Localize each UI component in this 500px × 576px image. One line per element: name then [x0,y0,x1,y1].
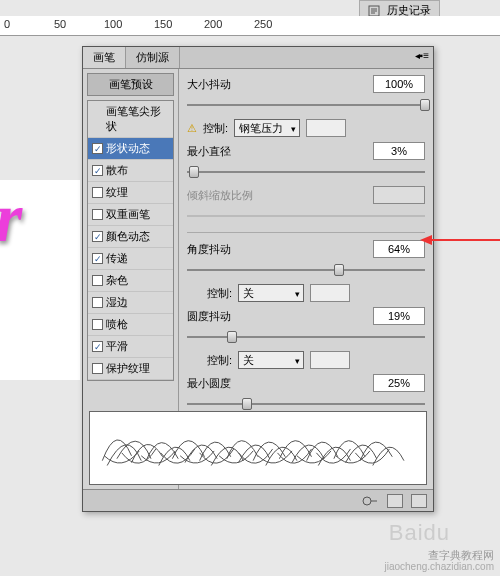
tab-clone-source[interactable]: 仿制源 [126,47,180,68]
min-diameter-slider[interactable] [187,165,425,179]
panel-tabs: 画笔 仿制源 ◂▪≡ [83,47,433,69]
control2-select[interactable]: 关 [238,284,304,302]
control1-field[interactable] [306,119,346,137]
panel-footer [83,489,433,511]
min-round-value[interactable]: 25% [373,374,425,392]
brush-preview [89,411,427,485]
checkbox-icon[interactable] [92,297,103,308]
round-jitter-label: 圆度抖动 [187,309,251,324]
opt-transfer[interactable]: 传递 [88,248,173,270]
brush-stroke-preview [90,412,426,484]
tab-brush[interactable]: 画笔 [83,47,126,68]
checkbox-icon[interactable] [92,363,103,374]
control1-label: 控制: [203,121,228,136]
site-watermark: 查字典教程网 jiaocheng.chazidian.com [384,549,494,572]
min-round-slider[interactable] [187,397,425,411]
checkbox-icon[interactable] [92,231,103,242]
opt-texture[interactable]: 纹理 [88,182,173,204]
opt-airbrush[interactable]: 喷枪 [88,314,173,336]
artwork-text: ar [0,190,22,246]
warning-icon: ⚠ [187,122,197,135]
tilt-scale-slider [187,209,425,223]
opt-protect-texture[interactable]: 保护纹理 [88,358,173,380]
new-preset-icon[interactable] [387,494,403,508]
brush-presets-header[interactable]: 画笔预设 [87,73,174,96]
opt-noise[interactable]: 杂色 [88,270,173,292]
checkbox-icon[interactable] [92,319,103,330]
min-diameter-label: 最小直径 [187,144,251,159]
checkbox-icon[interactable] [92,253,103,264]
size-jitter-label: 大小抖动 [187,77,251,92]
angle-jitter-slider[interactable] [187,263,425,277]
canvas-area: ar [0,180,80,380]
opt-color-dynamics[interactable]: 颜色动态 [88,226,173,248]
opt-brush-tip[interactable]: 画笔笔尖形状 [88,101,173,138]
angle-jitter-value[interactable]: 64% [373,240,425,258]
trash-icon[interactable] [411,494,427,508]
baidu-watermark: Baidu [389,520,450,546]
ruler: 0 50 100 150 200 250 [0,16,500,36]
control2-field[interactable] [310,284,350,302]
tilt-scale-value [373,186,425,204]
separator [187,232,425,233]
angle-jitter-label: 角度抖动 [187,242,251,257]
round-jitter-slider[interactable] [187,330,425,344]
control3-select[interactable]: 关 [238,351,304,369]
min-diameter-value[interactable]: 3% [373,142,425,160]
brush-option-list: 画笔笔尖形状 形状动态 散布 纹理 双重画笔 颜色动态 传递 杂色 湿边 喷枪 … [87,100,174,381]
opt-dual-brush[interactable]: 双重画笔 [88,204,173,226]
checkbox-icon[interactable] [92,143,103,154]
checkbox-icon[interactable] [92,341,103,352]
min-round-label: 最小圆度 [187,376,251,391]
brush-panel: 画笔 仿制源 ◂▪≡ 画笔预设 画笔笔尖形状 形状动态 散布 纹理 双重画笔 颜… [82,46,434,512]
checkbox-icon[interactable] [92,209,103,220]
checkbox-icon[interactable] [92,187,103,198]
opt-smoothing[interactable]: 平滑 [88,336,173,358]
tilt-scale-label: 倾斜缩放比例 [187,188,253,203]
control1-select[interactable]: 钢笔压力 [234,119,300,137]
opt-scattering[interactable]: 散布 [88,160,173,182]
round-jitter-value[interactable]: 19% [373,307,425,325]
checkbox-icon[interactable] [92,165,103,176]
svg-point-1 [363,497,371,505]
control2-label: 控制: [207,286,232,301]
checkbox-icon[interactable] [92,275,103,286]
size-jitter-slider[interactable] [187,98,425,112]
opt-wet-edges[interactable]: 湿边 [88,292,173,314]
control3-label: 控制: [207,353,232,368]
opt-shape-dynamics[interactable]: 形状动态 [88,138,173,160]
toggle-icon[interactable] [361,495,379,507]
history-label: 历史记录 [387,4,431,16]
panel-menu-icon[interactable]: ◂▪≡ [415,50,429,61]
control3-field[interactable] [310,351,350,369]
size-jitter-value[interactable]: 100% [373,75,425,93]
